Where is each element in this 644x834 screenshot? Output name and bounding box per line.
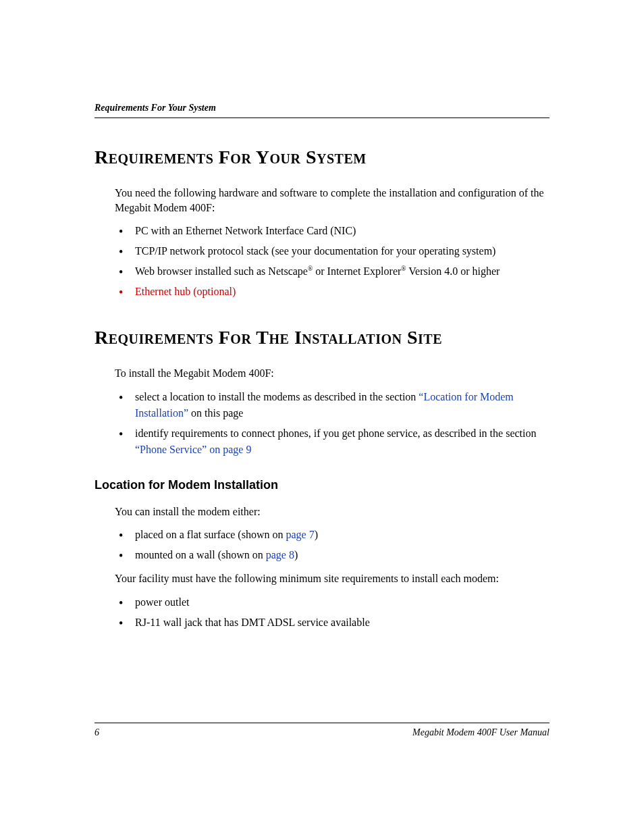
section-requirements-site: Requirements For The Installation Site T…	[95, 327, 549, 631]
bullet-list-site-reqs: power outlet RJ-11 wall jack that has DM…	[95, 594, 549, 631]
running-header: Requirements For Your System	[95, 103, 549, 118]
list-item: placed on a flat surface (shown on page …	[135, 527, 549, 543]
intro-paragraph: You need the following hardware and soft…	[95, 186, 549, 215]
list-item-highlight: Ethernet hub (optional)	[135, 284, 549, 300]
cross-ref-link[interactable]: “Phone Service” on page 9	[135, 444, 251, 455]
section-requirements-system: Requirements For Your System You need th…	[95, 147, 549, 300]
body-paragraph: You can install the modem either:	[95, 504, 549, 519]
page-number: 6	[95, 727, 99, 738]
list-item-text: placed on a flat surface (shown on	[135, 529, 286, 540]
list-item: RJ-11 wall jack that has DMT ADSL servic…	[135, 615, 549, 631]
list-item-text: on this page	[188, 407, 243, 419]
list-item-text: or Internet Explorer	[313, 265, 401, 277]
manual-title: Megabit Modem 400F User Manual	[412, 727, 549, 738]
list-item-text: )	[315, 529, 318, 540]
list-item: select a location to install the modems …	[135, 389, 549, 421]
list-item-text: )	[294, 549, 298, 561]
intro-paragraph: To install the Megabit Modem 400F:	[95, 366, 549, 381]
cross-ref-link[interactable]: page 8	[266, 549, 294, 561]
list-item: PC with an Ethernet Network Interface Ca…	[135, 223, 549, 239]
bullet-list-system: PC with an Ethernet Network Interface Ca…	[95, 223, 549, 300]
registered-mark: ®	[401, 265, 406, 272]
list-item: Web browser installed such as Netscape® …	[135, 263, 549, 280]
document-page: Requirements For Your System Requirement…	[0, 0, 644, 834]
page-footer: 6 Megabit Modem 400F User Manual	[95, 723, 549, 738]
bullet-list-location-options: placed on a flat surface (shown on page …	[95, 527, 549, 563]
list-item-text: identify requirements to connect phones,…	[135, 427, 536, 439]
heading-requirements-site: Requirements For The Installation Site	[95, 327, 549, 348]
list-item-text: Version 4.0 or higher	[406, 265, 500, 277]
list-item: power outlet	[135, 594, 549, 610]
heading-requirements-system: Requirements For Your System	[95, 147, 549, 168]
cross-ref-link[interactable]: page 7	[286, 529, 314, 540]
bullet-list-site: select a location to install the modems …	[95, 389, 549, 458]
list-item-text: select a location to install the modems …	[135, 391, 419, 402]
list-item: mounted on a wall (shown on page 8)	[135, 547, 549, 563]
list-item-text: mounted on a wall (shown on	[135, 549, 266, 561]
list-item: identify requirements to connect phones,…	[135, 425, 549, 458]
subheading-location: Location for Modem Installation	[95, 478, 549, 492]
list-item: TCP/IP network protocol stack (see your …	[135, 243, 549, 259]
body-paragraph: Your facility must have the following mi…	[95, 571, 549, 586]
list-item-text: Web browser installed such as Netscape	[135, 265, 308, 277]
